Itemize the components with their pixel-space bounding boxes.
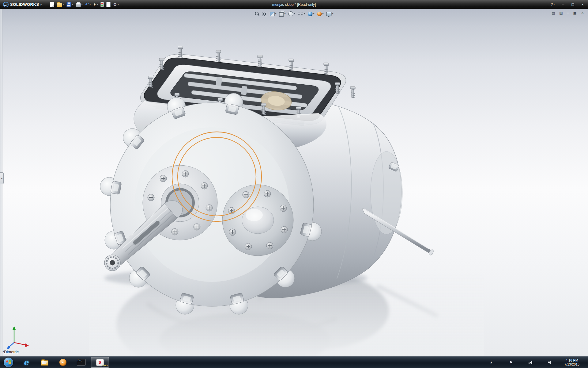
minimize-button[interactable]: – [561, 2, 565, 7]
zoom-to-area-button[interactable] [261, 11, 268, 17]
undo-icon: ↶ [85, 2, 89, 7]
open-icon [57, 3, 62, 7]
dropdown-arrow-icon[interactable]: ▾ [553, 3, 555, 6]
select-button[interactable]: ➤▾ [92, 2, 99, 7]
edit-appearance-icon [308, 12, 313, 16]
print-button[interactable]: ▾ [75, 2, 84, 8]
dropdown-arrow-icon[interactable]: ▾ [294, 13, 295, 15]
action-center-button[interactable]: ⚑ [501, 361, 520, 364]
rebuild-button[interactable] [100, 1, 105, 8]
document-window-controls: ▤▥–▣× [551, 10, 585, 15]
hide-show-items-button[interactable]: ▾ [297, 12, 306, 16]
internet-explorer-button[interactable]: e [17, 357, 35, 368]
brand-name: SOLIDWORKS [10, 2, 39, 7]
viewport-canvas[interactable] [0, 9, 588, 356]
zoom-to-fit-icon [254, 11, 259, 16]
open-button[interactable]: ▾ [56, 2, 65, 8]
doc-minimize-icon: – [567, 11, 569, 15]
dropdown-arrow-icon[interactable]: ▾ [304, 13, 305, 15]
doc-pane-button[interactable]: ▥ [558, 10, 564, 15]
doc-fullscreen-button[interactable]: ▤ [551, 10, 556, 15]
dassault-systemes-logo-icon [3, 2, 9, 7]
zoom-to-area-icon [262, 12, 267, 16]
view-settings-button[interactable]: ▾ [326, 11, 334, 17]
save-icon [66, 2, 71, 7]
doc-fullscreen-icon: ▤ [552, 11, 555, 15]
internet-explorer-icon: e [24, 358, 28, 366]
clock-time: 4:16 PM [566, 358, 578, 362]
doc-restore-icon: ▣ [573, 11, 577, 15]
edit-appearance-button[interactable]: ▾ [307, 11, 315, 17]
taskbar-clock[interactable]: 4:16 PM 7/13/2015 [561, 358, 583, 366]
doc-minimize-button[interactable]: – [566, 10, 570, 15]
save-button[interactable]: ▾ [66, 2, 74, 8]
close-button[interactable]: × [580, 2, 585, 7]
section-view-icon [270, 12, 274, 16]
solidworks-button[interactable]: S2015 [91, 357, 109, 368]
print-icon [76, 3, 81, 7]
hidden-icons-icon: ▲ [490, 361, 492, 364]
command-prompt-button[interactable]: C:\ [72, 357, 90, 368]
file-properties-button[interactable] [105, 1, 111, 8]
dropdown-arrow-icon[interactable]: ▾ [313, 13, 315, 15]
options-icon: ⚙ [113, 2, 117, 7]
undo-button[interactable]: ↶▾ [84, 2, 92, 7]
graphics-viewport[interactable]: ▾▾▾▾▾▾▾ ▤▥–▣× ◂ *Dimetric [0, 9, 588, 356]
dropdown-arrow-icon[interactable]: ▾ [81, 3, 83, 6]
main-toolbar: ▾▾▾↶▾➤▾⚙▾ [49, 1, 120, 8]
view-orientation-icon [279, 12, 284, 17]
tray-icons: ▲⚑ [481, 360, 560, 365]
media-player-button[interactable]: ▶ [54, 357, 72, 368]
windows-explorer-button[interactable] [36, 357, 53, 368]
action-center-icon: ⚑ [509, 361, 513, 364]
dropdown-arrow-icon[interactable]: ▾ [118, 3, 119, 6]
dropdown-arrow-icon[interactable]: ▾ [63, 3, 64, 6]
options-button[interactable]: ⚙▾ [112, 2, 120, 7]
windows-orb-icon [4, 358, 13, 367]
doc-restore-button[interactable]: ▣ [572, 10, 578, 15]
view-orientation-button[interactable]: ▾ [278, 10, 286, 17]
hidden-icons-button[interactable]: ▲ [482, 361, 501, 364]
volume-button[interactable] [541, 361, 560, 364]
view-settings-icon [326, 12, 332, 16]
volume-icon [548, 361, 552, 364]
headsup-view-toolbar: ▾▾▾▾▾▾▾ [254, 10, 334, 17]
command-prompt-icon: C:\ [77, 359, 86, 366]
start-button[interactable] [0, 356, 17, 368]
apply-scene-button[interactable]: ▾ [316, 11, 325, 17]
dropdown-arrow-icon[interactable]: ▾ [322, 13, 324, 15]
select-icon: ➤ [92, 2, 97, 6]
section-view-button[interactable]: ▾ [269, 11, 277, 17]
network-icon [529, 361, 532, 364]
media-player-icon: ▶ [59, 359, 66, 366]
dropdown-arrow-icon[interactable]: ▾ [284, 13, 285, 15]
doc-pane-icon: ▥ [559, 11, 563, 15]
dropdown-arrow-icon[interactable]: ▾ [332, 13, 334, 15]
system-tray: ▲⚑ 4:16 PM 7/13/2015 [481, 356, 588, 368]
zoom-to-fit-button[interactable] [254, 11, 260, 17]
windows-explorer-icon [41, 360, 48, 366]
brand: SOLIDWORKS ▸ [3, 2, 42, 7]
file-properties-icon [106, 2, 111, 7]
solidworks-window: SOLIDWORKS ▸ ▾▾▾↶▾➤▾⚙▾ menjac sklop * [R… [0, 0, 588, 368]
window-controls: ? ▾ – □ × [549, 2, 585, 7]
new-document-button[interactable] [49, 1, 55, 8]
document-title: menjac sklop * [Read-only] [272, 2, 316, 7]
maximize-button[interactable]: □ [571, 2, 575, 7]
dropdown-arrow-icon[interactable]: ▾ [275, 13, 276, 15]
orientation-triad [7, 326, 29, 349]
doc-close-icon: × [581, 11, 584, 15]
help-button[interactable]: ? ▾ [549, 2, 556, 7]
display-style-button[interactable]: ▾ [287, 11, 296, 17]
rebuild-icon [100, 2, 104, 7]
clock-date: 7/13/2015 [564, 362, 579, 366]
taskbar-items: e▶C:\S2015 [17, 356, 110, 368]
apply-scene-icon [317, 12, 322, 16]
dropdown-arrow-icon[interactable]: ▾ [72, 3, 73, 6]
windows-taskbar: e▶C:\S2015 ▲⚑ 4:16 PM 7/13/2015 [0, 356, 588, 368]
network-button[interactable] [521, 361, 540, 364]
panel-expand-tab[interactable]: ◂ [0, 172, 4, 184]
brand-flyout-arrow-icon[interactable]: ▸ [41, 3, 42, 6]
doc-close-button[interactable]: × [580, 10, 585, 15]
dropdown-arrow-icon[interactable]: ▾ [89, 3, 91, 6]
